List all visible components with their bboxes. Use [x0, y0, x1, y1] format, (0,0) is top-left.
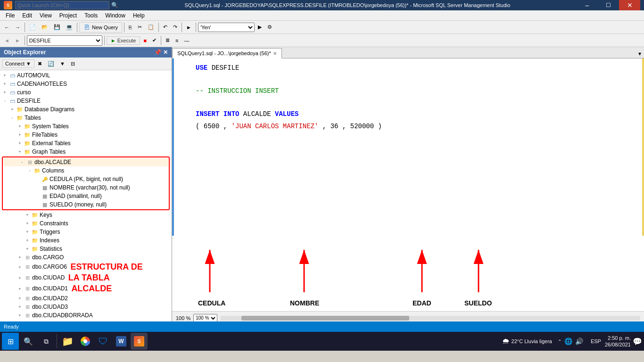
settings-button[interactable]: ⚙	[265, 22, 274, 33]
task-view-button[interactable]: ⧉	[38, 333, 55, 350]
shield-app[interactable]: 🛡	[95, 333, 112, 350]
tree-item-cargo6[interactable]: + ⊞ dbo.CARGO6 ESTRUCTURA DE	[1, 262, 171, 272]
tb2-btn1[interactable]: ◄	[2, 35, 12, 46]
horizontal-scrollbar[interactable]	[220, 316, 640, 321]
tree-item-ciudadborrada[interactable]: + ⊞ dbo.CIUDADBORRADA	[1, 311, 171, 320]
menu-file[interactable]: File	[2, 11, 18, 20]
expand-cargo[interactable]: +	[16, 254, 24, 261]
tree-item-alcalde[interactable]: - ⊞ dbo.ALCALDE	[3, 158, 168, 166]
forward-button[interactable]: →	[13, 22, 23, 33]
tree-item-ciudad2[interactable]: + ⊞ dbo.CIUDAD2	[1, 294, 171, 303]
expand-systables[interactable]: +	[16, 123, 24, 130]
paste-button[interactable]: 📋	[145, 22, 157, 33]
quick-launch-input[interactable]	[15, 1, 109, 9]
tree-item-automovil[interactable]: + 🗃 AUTOMOVIL	[1, 71, 171, 80]
query-tab-1[interactable]: SQLQuery1.sql - JO...\jorgebedoya (56)* …	[172, 48, 282, 58]
language-indicator[interactable]: ESP	[589, 338, 603, 344]
tree-item-constraints[interactable]: + 📁 Constraints	[1, 219, 171, 228]
tb2-btn2[interactable]: ►	[13, 35, 23, 46]
menu-edit[interactable]: Edit	[18, 11, 36, 20]
expand-keys[interactable]: +	[24, 211, 31, 219]
expand-curso[interactable]: +	[1, 89, 8, 96]
menu-project[interactable]: Project	[56, 11, 81, 20]
tree-item-edad[interactable]: ▦ EDAD (smallint, null)	[3, 192, 168, 200]
expand-ciudad[interactable]: +	[16, 274, 24, 282]
debug-button[interactable]: ►	[184, 22, 194, 33]
ssms-app[interactable]: S	[131, 333, 148, 350]
title-bar-search[interactable]: 🔍	[15, 1, 118, 9]
expand-cadena[interactable]: +	[1, 80, 8, 88]
open-button[interactable]: 📂	[39, 22, 50, 33]
code-editor[interactable]: USE DESFILE -- INSTRUCCION INSERT INSERT…	[172, 58, 644, 236]
expand-desfile[interactable]: -	[1, 97, 8, 105]
tree-item-graphtables[interactable]: + 📁 Graph Tables	[1, 148, 171, 156]
collapse-all-button[interactable]: ⊟	[68, 58, 77, 69]
database-dropdown[interactable]: DESFILE	[27, 35, 102, 46]
expand-cargo6[interactable]: +	[16, 263, 24, 271]
tree-item-nombre[interactable]: ▦ NOMBRE (varchar(30), not null)	[3, 183, 168, 192]
back-button[interactable]: ←	[2, 22, 12, 33]
expand-ciudad2[interactable]: +	[16, 295, 24, 302]
word-app[interactable]: W	[113, 333, 130, 350]
tab-close-1[interactable]: ✕	[273, 51, 277, 56]
expand-filetables[interactable]: +	[16, 131, 24, 139]
indent-button[interactable]: ≣	[163, 35, 172, 46]
file-explorer-app[interactable]: 📁	[59, 333, 76, 350]
network-icon[interactable]: 🌐	[564, 337, 572, 345]
tray-up-arrow[interactable]: ⌃	[558, 339, 561, 344]
expand-indexes[interactable]: +	[24, 237, 31, 244]
clock-widget[interactable]: 2:50 p. m. 26/08/2021	[605, 335, 631, 348]
redo-button[interactable]: ↷	[171, 22, 180, 33]
tree-item-cadena[interactable]: + 🗃 CADENAHOTELES	[1, 80, 171, 88]
expand-triggers[interactable]: +	[24, 228, 31, 236]
connect-button[interactable]: Connect ▼	[2, 59, 34, 68]
tree-item-desfile[interactable]: - 🗃 DESFILE	[1, 97, 171, 105]
close-oe-button[interactable]: ✕	[163, 49, 168, 56]
start-button[interactable]: ⊞	[2, 333, 19, 350]
outdent-button[interactable]: ≡	[173, 35, 181, 46]
tree-item-tables[interactable]: - 📁 Tables	[1, 114, 171, 122]
expand-columns[interactable]: -	[26, 167, 33, 174]
tree-item-statistics[interactable]: + 📁 Statistics	[1, 245, 171, 253]
new-query-button[interactable]: 🖹 New Query	[79, 22, 122, 33]
tree-item-sueldo[interactable]: ▦ SUELDO (money, null)	[3, 200, 168, 209]
expand-ciudad3[interactable]: +	[16, 303, 24, 311]
expand-alcalde[interactable]: -	[18, 158, 26, 166]
undo-button[interactable]: ↶	[161, 22, 170, 33]
expand-tables[interactable]: -	[8, 114, 16, 122]
tree-item-ciudad[interactable]: + ⊞ dbo.CIUDAD LA TABLA	[1, 272, 171, 283]
pin-icon[interactable]: 📌	[154, 49, 161, 56]
expand-constraints[interactable]: +	[24, 220, 31, 227]
menu-tools[interactable]: Tools	[81, 11, 101, 20]
execute-button[interactable]: ► Execute	[107, 36, 140, 45]
expand-statistics[interactable]: +	[24, 245, 31, 253]
yen-dropdown[interactable]: 'Yen'	[198, 23, 255, 32]
notification-button[interactable]: 💬	[633, 337, 642, 346]
stop-button[interactable]: ■	[141, 35, 149, 46]
new-file-button[interactable]: 📄	[27, 22, 38, 33]
run-button[interactable]: ▶	[256, 22, 264, 33]
tree-item-keys[interactable]: + 📁 Keys	[1, 211, 171, 219]
tree-item-cedula[interactable]: 🔑 CEDULA (PK, bigint, not null)	[3, 175, 168, 183]
weather-widget[interactable]: 🌧 22°C Lluvia ligera	[502, 337, 552, 346]
sound-icon[interactable]: 🔊	[575, 337, 583, 345]
tree-item-dbdiagrams[interactable]: + 📁 Database Diagrams	[1, 105, 171, 114]
tree-item-ciudad3[interactable]: + ⊞ dbo.CIUDAD3	[1, 303, 171, 311]
minimize-button[interactable]: –	[577, 0, 598, 10]
expand-ciudad1[interactable]: +	[16, 285, 24, 293]
copy-button[interactable]: ⎘	[126, 22, 134, 33]
tree-item-cargo[interactable]: + ⊞ dbo.CARGO	[1, 253, 171, 262]
add-tab-button[interactable]: ▾	[636, 49, 644, 58]
refresh-oe-button[interactable]: 🔄	[45, 58, 57, 69]
filter-button[interactable]: ▼	[58, 58, 67, 69]
parse-button[interactable]: ✔	[150, 35, 159, 46]
restore-button[interactable]: ☐	[598, 0, 619, 10]
close-button[interactable]: ✕	[619, 0, 640, 10]
tree-item-columns[interactable]: - 📁 Columns	[3, 166, 168, 175]
tree-item-ciudad1[interactable]: + ⊞ dbo.CIUDAD1 ALCALDE	[1, 283, 171, 294]
expand-automovil[interactable]: +	[1, 72, 8, 79]
expand-ciudadborrada[interactable]: +	[16, 312, 24, 319]
expand-graphtables[interactable]: +	[16, 148, 24, 156]
zoom-select[interactable]: 100 %	[193, 314, 217, 322]
tree-item-triggers[interactable]: + 📁 Triggers	[1, 228, 171, 236]
